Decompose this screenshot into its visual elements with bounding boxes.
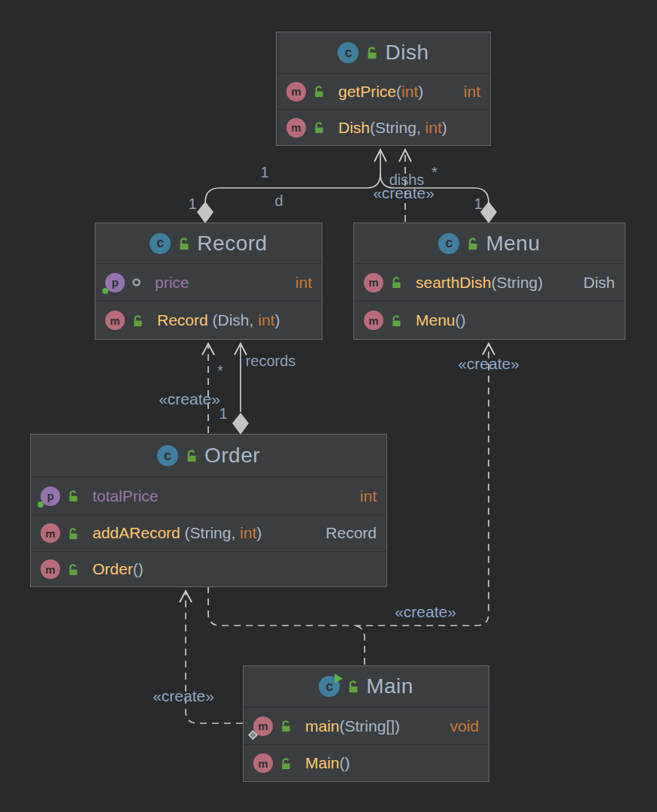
create-stereotype-label: «create» [159,390,220,408]
class-box-order[interactable]: c Order p totalPrice int m addARecord (S… [30,434,387,587]
member-return-type: Record [325,524,377,542]
member-row[interactable]: m Main() [244,744,489,781]
member-signature: Main() [305,754,350,772]
edge-main-create-menu[interactable] [353,626,365,665]
class-name: Main [366,674,413,698]
create-stereotype-label: «create» [458,355,519,373]
class-box-main[interactable]: c Main m main(String[]) void m Main() [243,665,489,782]
unlock-icon [390,276,402,289]
unlock-icon [132,314,144,327]
class-box-record[interactable]: c Record p price int m Record (Dish, int… [95,223,322,340]
unlock-icon [466,237,479,250]
edge-record-dish[interactable] [205,151,380,202]
aggregation-diamond [232,413,249,435]
member-return-type: int [360,487,377,505]
member-signature: Dish(String, int) [338,119,447,137]
unlock-icon [313,121,325,134]
unlock-icon [185,449,198,462]
member-signature: addARecord (String, int) [92,524,262,542]
run-play-icon [333,673,344,684]
class-header[interactable]: c Main [244,666,489,707]
member-row[interactable]: p price int [95,263,322,301]
unlock-icon [390,314,402,327]
entrypoint-diamond-badge [248,730,258,740]
member-row[interactable]: m Record (Dish, int) [95,301,322,339]
property-icon: p [41,486,60,506]
unlock-icon [313,85,325,98]
class-name: Menu [486,232,540,256]
member-row[interactable]: m searthDish(String) Dish [354,263,625,301]
member-return-type: int [464,83,480,101]
multiplicity-label: 1 [260,164,268,181]
class-icon: c [438,233,459,254]
entrypoint-method-icon: m [253,717,273,736]
create-stereotype-label: «create» [153,687,214,705]
member-signature: Menu() [416,311,466,329]
member-row[interactable]: p totalPrice int [31,477,386,514]
method-icon: m [364,273,383,292]
method-icon: m [286,118,306,138]
class-box-menu[interactable]: c Menu m searthDish(String) Dish m Menu(… [353,223,625,340]
method-icon: m [105,311,125,330]
class-header[interactable]: c Menu [354,223,625,263]
create-stereotype-label: «create» [373,184,434,202]
class-box-dish[interactable]: c Dish m getPrice(int) int m Dish(String… [276,32,491,146]
aggregation-diamond [480,201,497,223]
unlock-icon [67,489,79,502]
method-icon: m [253,753,273,773]
member-signature: main(String[]) [305,717,400,735]
member-row[interactable]: m addARecord (String, int) Record [31,514,386,551]
unlock-icon [280,720,292,732]
member-signature: totalPrice [92,487,159,505]
member-signature: Record (Dish, int) [157,311,280,329]
class-name: Order [204,444,260,468]
member-row[interactable]: m Dish(String, int) [277,109,490,145]
uml-diagram-canvas: 1 d 1 1 * dishs «create» records * 1 «cr… [0,0,657,812]
member-return-type: int [295,274,312,292]
class-icon: c [338,42,359,63]
member-row[interactable]: m Menu() [354,301,625,339]
role-label: d [274,192,283,210]
class-name: Record [197,232,267,256]
method-icon: m [41,523,60,543]
multiplicity-label: * [217,362,223,380]
role-label: records [246,353,296,370]
member-signature: price [155,274,189,292]
create-stereotype-label: «create» [395,603,456,621]
multiplicity-label: 1 [219,405,227,423]
multiplicity-label: 1 [474,195,482,213]
member-return-type: Dish [583,274,615,292]
class-header[interactable]: c Order [31,435,386,477]
class-icon: c [157,445,178,466]
property-icon: p [105,273,125,292]
class-header[interactable]: c Record [95,223,322,263]
multiplicity-label: 1 [188,195,196,213]
member-signature: searthDish(String) [416,274,543,292]
visibility-ring-icon [132,277,141,287]
member-row[interactable]: m getPrice(int) int [277,73,490,109]
multiplicity-label: * [431,164,437,181]
method-icon: m [364,311,383,330]
unlock-icon [280,757,292,770]
method-icon: m [286,82,306,102]
member-signature: Order() [92,560,144,578]
unlock-icon [177,237,190,250]
class-header[interactable]: c Dish [277,32,490,73]
member-row[interactable]: m main(String[]) void [244,707,489,744]
unlock-icon [67,527,79,540]
unlock-icon [347,680,359,693]
unlock-icon [365,46,378,59]
member-row[interactable]: m Order() [31,551,386,586]
member-return-type: void [450,717,479,735]
class-name: Dish [385,41,428,65]
aggregation-diamond [197,201,213,223]
runnable-class-icon: c [319,676,340,697]
member-signature: getPrice(int) [338,83,423,101]
unlock-icon [67,563,79,576]
class-icon: c [150,233,171,254]
method-icon: m [41,559,60,579]
